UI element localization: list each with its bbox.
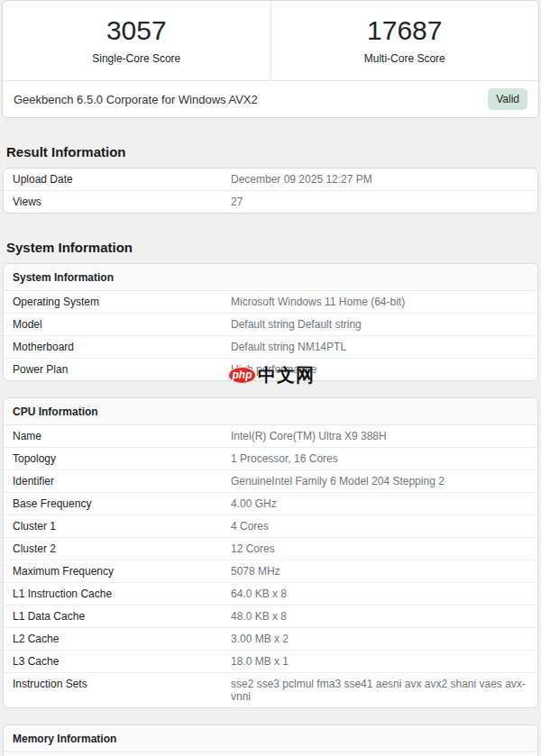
row-value: sse2 sse3 pclmul fma3 sse41 aesni avx av…: [231, 678, 528, 703]
row-label: Cluster 1: [13, 520, 231, 533]
table-row: Size 63.50 GB: [4, 752, 537, 756]
row-label: Operating System: [13, 296, 231, 308]
row-label: L2 Cache: [13, 633, 231, 645]
row-label: L1 Instruction Cache: [13, 587, 231, 600]
table-row: Power Plan High performance: [4, 358, 537, 380]
table-header: Memory Information: [4, 725, 537, 752]
cpu-information-table: CPU Information Name Intel(R) Core(TM) U…: [3, 397, 538, 708]
row-label: Views: [13, 196, 231, 208]
row-value: 48.0 KB x 8: [231, 610, 528, 623]
table-row: Upload Date December 09 2025 12:27 PM: [4, 169, 537, 190]
row-label: Maximum Frequency: [13, 565, 231, 578]
table-row: Maximum Frequency 5078 MHz: [4, 560, 537, 582]
table-row: Cluster 2 12 Cores: [4, 537, 537, 560]
single-core-score-cell: 3057 Single-Core Score: [3, 1, 271, 80]
multi-core-score-value: 17687: [367, 17, 442, 44]
row-value: Intel(R) Core(TM) Ultra X9 388H: [231, 430, 528, 442]
row-value: December 09 2025 12:27 PM: [231, 173, 528, 186]
row-value: 3.00 MB x 2: [231, 633, 528, 645]
row-label: Topology: [13, 452, 231, 465]
row-label: Upload Date: [13, 173, 231, 186]
table-row: Instruction Sets sse2 sse3 pclmul fma3 s…: [4, 672, 537, 707]
single-core-score-value: 3057: [106, 17, 167, 44]
version-bar: Geekbench 6.5.0 Corporate for Windows AV…: [3, 81, 538, 117]
table-row: L1 Data Cache 48.0 KB x 8: [4, 605, 537, 627]
row-value: 1 Processor, 16 Cores: [231, 452, 528, 465]
row-value: 27: [231, 196, 528, 208]
row-label: L1 Data Cache: [13, 610, 231, 623]
multi-core-score-label: Multi-Core Score: [364, 52, 445, 65]
table-row: L3 Cache 18.0 MB x 1: [4, 650, 537, 672]
row-value: 64.0 KB x 8: [231, 587, 528, 600]
score-summary-card: 3057 Single-Core Score 17687 Multi-Core …: [2, 0, 539, 118]
row-value: Default string NM14PTL: [231, 341, 528, 353]
row-label: Base Frequency: [13, 497, 231, 510]
table-row: Base Frequency 4.00 GHz: [4, 492, 537, 515]
table-header: CPU Information: [4, 398, 537, 425]
row-value: 5078 MHz: [231, 565, 528, 578]
table-row: Name Intel(R) Core(TM) Ultra X9 388H: [4, 425, 537, 447]
table-row: Views 27: [4, 190, 537, 213]
geekbench-result-page: 3057 Single-Core Score 17687 Multi-Core …: [0, 0, 541, 756]
table-row: Identifier GenuineIntel Family 6 Model 2…: [4, 469, 537, 492]
row-value: High performance: [231, 363, 528, 376]
row-label: Cluster 2: [13, 542, 231, 555]
row-label: Power Plan: [13, 363, 231, 376]
table-row: Model Default string Default string: [4, 313, 537, 335]
row-value: Microsoft Windows 11 Home (64-bit): [231, 296, 528, 308]
benchmark-version-text: Geekbench 6.5.0 Corporate for Windows AV…: [14, 93, 258, 106]
multi-core-score-cell: 17687 Multi-Core Score: [271, 1, 539, 80]
row-label: Identifier: [13, 475, 231, 487]
row-value: GenuineIntel Family 6 Model 204 Stepping…: [231, 475, 528, 487]
row-value: Default string Default string: [231, 318, 528, 331]
table-row: L1 Instruction Cache 64.0 KB x 8: [4, 582, 537, 605]
table-row: L2 Cache 3.00 MB x 2: [4, 627, 537, 650]
valid-badge: Valid: [488, 88, 527, 110]
result-information-table: Upload Date December 09 2025 12:27 PM Vi…: [3, 168, 538, 214]
table-row: Cluster 1 4 Cores: [4, 515, 537, 537]
system-information-title: System Information: [6, 240, 535, 255]
table-row: Operating System Microsoft Windows 11 Ho…: [4, 291, 537, 313]
result-information-title: Result Information: [6, 144, 535, 159]
system-information-table: System Information Operating System Micr…: [3, 263, 538, 381]
row-value: 4.00 GHz: [231, 497, 528, 510]
row-value: 12 Cores: [231, 542, 528, 555]
single-core-score-label: Single-Core Score: [92, 52, 180, 65]
row-label: Model: [13, 318, 231, 331]
table-header: System Information: [4, 264, 537, 291]
row-label: Instruction Sets: [13, 678, 231, 703]
row-value: 18.0 MB x 1: [231, 655, 528, 668]
score-row: 3057 Single-Core Score 17687 Multi-Core …: [3, 1, 538, 81]
table-row: Motherboard Default string NM14PTL: [4, 335, 537, 358]
row-value: 4 Cores: [231, 520, 528, 533]
row-label: Motherboard: [13, 341, 231, 353]
table-row: Topology 1 Processor, 16 Cores: [4, 447, 537, 469]
row-label: Name: [13, 430, 231, 442]
row-label: L3 Cache: [13, 655, 231, 668]
memory-information-table: Memory Information Size 63.50 GB: [3, 724, 538, 756]
